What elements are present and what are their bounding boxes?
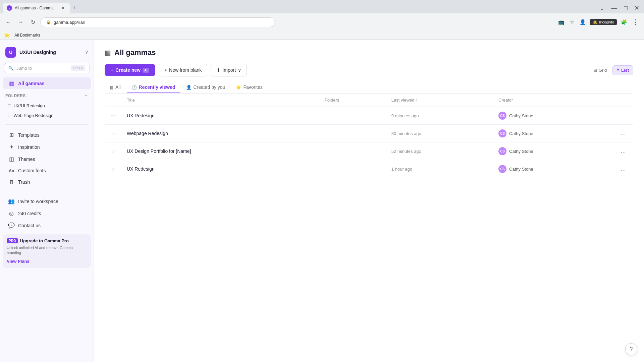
- more-options-button[interactable]: …: [619, 112, 628, 119]
- sidebar-bottom-nav: 👥 Invite to workspace ◎ 240 credits 💬 Co…: [0, 195, 94, 232]
- minimize-btn[interactable]: —: [609, 4, 619, 12]
- more-options-button[interactable]: …: [619, 130, 628, 137]
- themes-icon: ◫: [8, 156, 15, 162]
- new-from-blank-label: New from blank: [169, 67, 202, 73]
- row-last-viewed: 52 minutes ago: [391, 149, 421, 154]
- page-title-icon: ▦: [105, 49, 111, 57]
- help-button[interactable]: ?: [625, 343, 637, 355]
- sidebar-item-label: Templates: [18, 132, 40, 138]
- folder-label: UX/UI Redesign: [13, 103, 45, 108]
- tab-close-btn[interactable]: ✕: [60, 5, 66, 11]
- table-wrapper: Title Folders Last viewed ↕ Creator: [94, 94, 644, 362]
- grid-icon: ⊞: [593, 68, 597, 73]
- col-last-viewed[interactable]: Last viewed ↕: [386, 94, 493, 107]
- recently-viewed-label: Recently viewed: [139, 84, 175, 90]
- sidebar-item-inspiration[interactable]: ✦ Inspiration: [3, 141, 91, 153]
- back-btn[interactable]: ←: [4, 17, 13, 27]
- upgrade-card: PRO Upgrade to Gamma Pro Unlock unlimite…: [3, 234, 91, 268]
- url-bar[interactable]: 🔒 gamma.app/#all: [40, 17, 275, 27]
- star-button[interactable]: ☆: [110, 130, 116, 137]
- workspace-chevron-icon: ∨: [85, 50, 88, 55]
- import-icon: ⬆: [216, 67, 220, 73]
- folder-ux-ui-redesign[interactable]: □ UX/UI Redesign: [5, 101, 88, 110]
- star-button[interactable]: ☆: [110, 147, 116, 155]
- new-tab-button[interactable]: +: [70, 3, 79, 13]
- more-options-button[interactable]: …: [619, 165, 628, 173]
- sidebar-divider-2: [5, 191, 88, 191]
- url-text: gamma.app/#all: [54, 20, 85, 25]
- sidebar-item-custom-fonts[interactable]: Aa Custom fonts: [3, 165, 91, 176]
- creator-name: Cathy Stone: [509, 131, 533, 136]
- sidebar-item-label: All gammas: [18, 81, 45, 86]
- extensions-btn[interactable]: 🧩: [620, 18, 629, 26]
- sidebar-item-trash[interactable]: 🗑 Trash: [3, 176, 91, 188]
- sidebar-item-label: Inspiration: [18, 144, 40, 150]
- tab-favorites[interactable]: ⭐ Favorites: [231, 82, 267, 93]
- folder-icon: □: [8, 103, 11, 108]
- grid-view-button[interactable]: ⊞ Grid: [589, 65, 611, 75]
- list-view-button[interactable]: ≡ List: [612, 65, 633, 75]
- tab-recently-viewed[interactable]: 🕐 Recently viewed: [127, 82, 180, 93]
- sidebar-item-label: 240 credits: [18, 211, 41, 216]
- sidebar-item-invite[interactable]: 👥 Invite to workspace: [3, 195, 91, 207]
- sidebar-item-contact[interactable]: 💬 Contact us: [3, 220, 91, 231]
- table-row[interactable]: ☆ Webpage Redesign 30 minutes ago CS Cat…: [105, 125, 633, 142]
- upgrade-description: Unlock unlimited AI and remove Gamma bra…: [7, 245, 87, 256]
- create-new-button[interactable]: + Create new AI: [105, 64, 155, 76]
- workspace-avatar: U: [5, 47, 16, 58]
- profile-btn[interactable]: 👤: [578, 18, 587, 26]
- sidebar-secondary-nav: ⊞ Templates ✦ Inspiration ◫ Themes Aa Cu…: [0, 129, 94, 188]
- search-bar[interactable]: 🔍 Jump to Ctrl+K: [4, 63, 90, 73]
- sidebar-item-credits[interactable]: ◎ 240 credits: [3, 207, 91, 219]
- bookmark-btn[interactable]: ☆: [569, 18, 576, 26]
- creator-avatar: CS: [498, 112, 506, 120]
- incognito-badge: 🕵 Incognito: [590, 19, 617, 25]
- sidebar-item-themes[interactable]: ◫ Themes: [3, 153, 91, 165]
- help-icon: ?: [630, 346, 633, 352]
- table-row[interactable]: ☆ UX Redesign 1 hour ago CS Cathy Stone …: [105, 160, 633, 178]
- reload-btn[interactable]: ↻: [28, 17, 38, 27]
- creator-name: Cathy Stone: [509, 113, 533, 118]
- maximize-btn[interactable]: □: [622, 4, 630, 12]
- sidebar-item-all-gammas[interactable]: ▦ All gammas: [3, 77, 91, 89]
- gammas-table: Title Folders Last viewed ↕ Creator: [105, 94, 633, 178]
- folder-icon: □: [8, 113, 11, 118]
- workspace-name: UX/UI Designing: [19, 50, 82, 55]
- table-row[interactable]: ☆ UX Design Portfolio for [Name] 52 minu…: [105, 142, 633, 160]
- star-button[interactable]: ☆: [110, 165, 116, 173]
- forward-btn[interactable]: →: [16, 17, 25, 27]
- page-title: All gammas: [114, 48, 156, 57]
- all-tab-icon: ▦: [109, 85, 113, 90]
- upgrade-title: Upgrade to Gamma Pro: [20, 238, 69, 243]
- import-button[interactable]: ⬆ Import ∨: [211, 64, 247, 76]
- menu-btn[interactable]: ⋮: [631, 17, 640, 27]
- browser-tab[interactable]: γ All gammas - Gamma ✕: [3, 3, 70, 13]
- sidebar-item-templates[interactable]: ⊞ Templates: [3, 129, 91, 141]
- creator-avatar: CS: [498, 129, 506, 137]
- search-placeholder: Jump to: [16, 66, 68, 71]
- folders-title: Folders: [5, 94, 26, 98]
- trash-icon: 🗑: [8, 179, 15, 185]
- bookmarks-label[interactable]: All Bookmarks: [12, 32, 42, 38]
- close-btn[interactable]: ✕: [632, 4, 641, 12]
- row-last-viewed: 30 minutes ago: [391, 131, 421, 136]
- tab-created-by-you[interactable]: 👤 Created by you: [181, 82, 230, 93]
- created-by-you-icon: 👤: [186, 85, 192, 90]
- folder-web-page-redesign[interactable]: □ Web Page Redesign: [5, 111, 88, 120]
- more-options-button[interactable]: …: [619, 147, 628, 155]
- tab-all[interactable]: ▦ All: [105, 82, 125, 93]
- invite-icon: 👥: [8, 198, 15, 204]
- workspace-header[interactable]: U UX/UI Designing ∨: [0, 44, 94, 60]
- add-folder-button[interactable]: +: [84, 92, 88, 100]
- new-from-blank-button[interactable]: + New from blank: [159, 64, 207, 76]
- tab-list-btn[interactable]: ⌄: [597, 4, 606, 12]
- cast-btn[interactable]: 📺: [557, 18, 566, 26]
- table-row[interactable]: ☆ UX Redesign 9 minutes ago CS Cathy Sto…: [105, 107, 633, 125]
- sidebar-item-label: Custom fonts: [18, 168, 46, 173]
- col-creator: Creator: [493, 94, 613, 107]
- favorites-icon: ⭐: [236, 85, 241, 90]
- sidebar-divider: [5, 124, 88, 125]
- list-label: List: [621, 68, 629, 73]
- view-plans-link[interactable]: View Plans: [7, 259, 30, 264]
- star-button[interactable]: ☆: [110, 112, 116, 120]
